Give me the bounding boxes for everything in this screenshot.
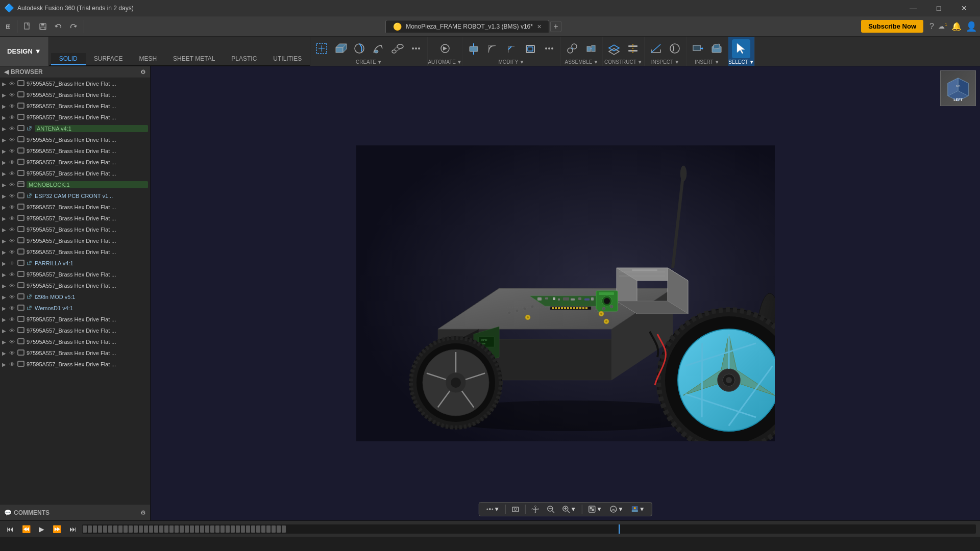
automate-label[interactable]: AUTOMATE ▼: [428, 58, 462, 66]
browser-item[interactable]: ▶👁97595A557_Brass Hex Drive Flat ...: [0, 134, 150, 145]
tab-plastic[interactable]: PLASTIC: [223, 53, 265, 65]
tab-utilities[interactable]: UTILITIES: [265, 53, 310, 65]
browser-item[interactable]: ▶👁97595A557_Brass Hex Drive Flat ...: [0, 202, 150, 213]
inspect-label[interactable]: INSPECT ▼: [651, 58, 679, 66]
modify-shell[interactable]: [521, 40, 540, 57]
insert-label[interactable]: INSERT ▼: [695, 58, 719, 66]
browser-item[interactable]: ▶👁97595A557_Brass Hex Drive Flat ...: [0, 269, 150, 280]
visibility-icon[interactable]: 👁: [9, 81, 17, 87]
browser-item[interactable]: ▶👁97595A557_Brass Hex Drive Flat ...: [0, 89, 150, 101]
zoom-out-button[interactable]: [544, 504, 557, 514]
construct-midplane[interactable]: [624, 40, 642, 57]
pan-button[interactable]: [529, 504, 542, 514]
browser-settings-icon[interactable]: ⚙: [140, 68, 146, 76]
visibility-icon[interactable]: 👁: [9, 238, 17, 244]
capture-design-button[interactable]: [509, 504, 522, 514]
design-menu-button[interactable]: DESIGN ▼: [0, 37, 49, 66]
timeline-marker[interactable]: [83, 525, 87, 533]
visibility-icon[interactable]: 👁: [9, 215, 17, 221]
browser-item[interactable]: ▶👁97595A557_Brass Hex Drive Flat ...: [0, 157, 150, 168]
insert-decal[interactable]: [707, 40, 726, 57]
visibility-icon[interactable]: 👁: [9, 305, 17, 311]
timeline-marker[interactable]: [154, 525, 158, 533]
new-file-button[interactable]: [21, 21, 34, 32]
timeline-step-forward[interactable]: ⏩: [50, 524, 64, 534]
timeline-marker[interactable]: [190, 525, 194, 533]
save-button[interactable]: [36, 21, 50, 32]
timeline-marker[interactable]: [282, 525, 286, 533]
redo-button[interactable]: [67, 21, 80, 32]
create-more-tool[interactable]: [407, 40, 425, 57]
timeline-marker[interactable]: [205, 525, 209, 533]
create-extrude-tool[interactable]: [331, 40, 350, 57]
browser-item[interactable]: ▶👁WemosD1 v4:1: [0, 303, 150, 314]
subscribe-button[interactable]: Subscribe Now: [861, 20, 923, 33]
create-revolve-tool[interactable]: [350, 40, 369, 57]
orientation-cube[interactable]: LEFT NO: [940, 70, 976, 106]
browser-item[interactable]: ▶👁97595A557_Brass Hex Drive Flat ...: [0, 145, 150, 157]
timeline-step-back[interactable]: ⏪: [19, 524, 33, 534]
browser-item[interactable]: ▶👁97595A557_Brass Hex Drive Flat ...: [0, 235, 150, 246]
timeline-marker[interactable]: [231, 525, 235, 533]
browser-item[interactable]: ▶👁97595A557_Brass Hex Drive Flat ...: [0, 78, 150, 89]
browser-item[interactable]: ▶👁l298n MOD v5:1: [0, 291, 150, 303]
create-loft-tool[interactable]: [388, 40, 406, 57]
timeline-marker[interactable]: [210, 525, 214, 533]
timeline-marker[interactable]: [134, 525, 138, 533]
timeline-marker[interactable]: [185, 525, 189, 533]
visibility-icon[interactable]: 👁: [9, 260, 17, 266]
timeline-marker[interactable]: [266, 525, 271, 533]
timeline-marker[interactable]: [180, 525, 184, 533]
assemble-motion[interactable]: [582, 40, 600, 57]
visibility-icon[interactable]: 👁: [9, 126, 17, 132]
user-avatar[interactable]: 👤: [966, 21, 977, 32]
visibility-icon[interactable]: 👁: [9, 159, 17, 165]
grid-display-button[interactable]: ▼: [483, 504, 502, 514]
visibility-icon[interactable]: 👁: [9, 148, 17, 154]
timeline-marker[interactable]: [277, 525, 281, 533]
timeline-marker[interactable]: [256, 525, 260, 533]
timeline-marker[interactable]: [251, 525, 255, 533]
visibility-icon[interactable]: 👁: [9, 137, 17, 143]
timeline-marker[interactable]: [215, 525, 219, 533]
visibility-icon[interactable]: 👁: [9, 316, 17, 322]
timeline-marker[interactable]: [88, 525, 92, 533]
inspect-measure[interactable]: [647, 40, 665, 57]
visual-style-button[interactable]: ▼: [607, 504, 626, 514]
browser-item[interactable]: ▶👁97595A557_Brass Hex Drive Flat ...: [0, 112, 150, 123]
visibility-icon[interactable]: 👁: [9, 249, 17, 255]
close-button[interactable]: ✕: [952, 0, 976, 16]
insert-canvas[interactable]: [689, 40, 707, 57]
tab-close-button[interactable]: ✕: [537, 23, 542, 30]
timeline-marker[interactable]: [220, 525, 225, 533]
tab-solid[interactable]: SOLID: [51, 53, 86, 65]
browser-collapse-icon[interactable]: ◀: [4, 68, 9, 76]
browser-item[interactable]: ▶👁MONOBLOCK:1: [0, 179, 150, 190]
visibility-icon[interactable]: 👁: [9, 182, 17, 188]
timeline-marker[interactable]: [144, 525, 148, 533]
timeline-marker[interactable]: [103, 525, 107, 533]
timeline-marker[interactable]: [93, 525, 97, 533]
cloud-icon[interactable]: ☁1: [938, 22, 947, 30]
timeline-marker[interactable]: [113, 525, 117, 533]
timeline-position-marker[interactable]: [619, 524, 620, 534]
timeline-marker[interactable]: [195, 525, 199, 533]
visibility-icon[interactable]: 👁: [9, 227, 17, 233]
timeline-marker[interactable]: [236, 525, 240, 533]
timeline-marker[interactable]: [129, 525, 133, 533]
comments-settings-icon[interactable]: ⚙: [140, 509, 146, 516]
create-sketch-tool[interactable]: [312, 40, 331, 57]
visibility-icon[interactable]: 👁: [9, 193, 17, 199]
modify-label[interactable]: MODIFY ▼: [499, 58, 525, 66]
modify-more[interactable]: [540, 40, 558, 57]
maximize-button[interactable]: □: [927, 0, 950, 16]
inspect-zebra[interactable]: [666, 40, 684, 57]
undo-button[interactable]: [52, 21, 65, 32]
visibility-icon[interactable]: 👁: [9, 114, 17, 120]
zoom-in-button[interactable]: ▼: [559, 504, 579, 514]
timeline-track[interactable]: [82, 524, 976, 534]
select-label[interactable]: SELECT ▼: [728, 58, 754, 66]
timeline-marker[interactable]: [200, 525, 204, 533]
timeline-marker[interactable]: [159, 525, 163, 533]
tab-surface[interactable]: SURFACE: [86, 53, 131, 65]
